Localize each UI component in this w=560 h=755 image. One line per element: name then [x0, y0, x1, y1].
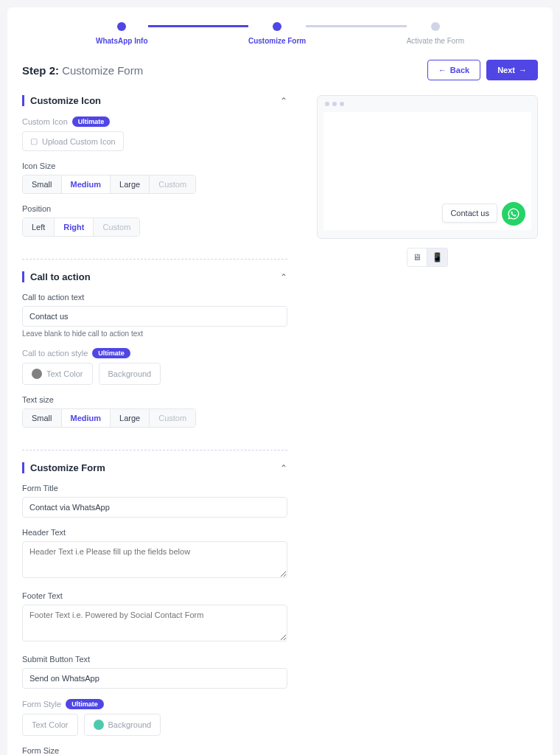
footer-text-input[interactable]	[22, 605, 287, 641]
step-dot-1	[117, 22, 126, 31]
step-label-2: Customize Form	[248, 37, 306, 45]
next-button[interactable]: Next→	[486, 60, 538, 80]
arrow-left-icon: ←	[438, 66, 447, 74]
chevron-up-icon: ⌃	[280, 96, 287, 106]
ultimate-badge: Ultimate	[92, 348, 130, 358]
submit-text-input[interactable]	[22, 668, 287, 689]
step-line-1	[148, 25, 248, 27]
header-text-input[interactable]	[22, 541, 287, 578]
step-label-3: Activate the Form	[407, 37, 464, 45]
chevron-up-icon: ⌃	[280, 463, 287, 473]
position-left[interactable]: Left	[23, 218, 55, 236]
position-segmented[interactable]: Left Right Custom	[22, 218, 140, 237]
page-title: Step 2: Customize Form	[22, 64, 143, 77]
cta-size-small[interactable]: Small	[23, 409, 62, 427]
icon-size-medium[interactable]: Medium	[62, 175, 111, 193]
icon-size-custom: Custom	[150, 175, 195, 193]
section-customize-icon[interactable]: Customize Icon ⌃	[22, 95, 287, 106]
form-background-color: Background	[84, 714, 161, 736]
cta-size-custom: Custom	[150, 409, 195, 427]
whatsapp-icon	[502, 202, 525, 226]
upload-icon-button: ▢Upload Custom Icon	[22, 131, 124, 151]
cta-text-color: Text Color	[22, 363, 93, 385]
form-text-color: Text Color	[22, 714, 78, 736]
back-button[interactable]: ←Back	[427, 60, 480, 80]
cta-background-color: Background	[99, 363, 161, 385]
desktop-icon: 🖥	[413, 252, 421, 262]
image-icon: ▢	[30, 136, 38, 146]
mobile-icon: 📱	[432, 252, 443, 262]
cta-text-size-segmented[interactable]: Small Medium Large Custom	[22, 408, 196, 428]
cta-size-large[interactable]: Large	[111, 409, 150, 427]
device-mobile-button[interactable]: 📱	[427, 248, 448, 267]
section-customize-form[interactable]: Customize Form ⌃	[22, 462, 287, 473]
device-desktop-button[interactable]: 🖥	[407, 248, 427, 267]
window-dots-icon	[318, 96, 537, 112]
section-call-to-action[interactable]: Call to action ⌃	[22, 271, 287, 282]
position-right[interactable]: Right	[55, 218, 94, 236]
ultimate-badge: Ultimate	[72, 116, 111, 127]
cta-text-input[interactable]	[22, 306, 287, 327]
chevron-up-icon: ⌃	[280, 272, 287, 282]
step-label-1: WhatsApp Info	[96, 37, 148, 45]
cta-size-medium[interactable]: Medium	[62, 409, 111, 427]
preview-cta-bubble: Contact us	[442, 203, 497, 223]
icon-size-segmented[interactable]: Small Medium Large Custom	[22, 175, 196, 194]
form-title-input[interactable]	[22, 497, 287, 518]
step-dot-2	[273, 22, 281, 31]
stepper: WhatsApp Info Customize Form Activate th…	[22, 22, 538, 45]
preview-window: Contact us	[317, 95, 538, 239]
icon-size-small[interactable]: Small	[23, 175, 62, 193]
step-line-2	[306, 25, 406, 27]
ultimate-badge: Ultimate	[66, 699, 104, 709]
position-custom: Custom	[94, 218, 139, 236]
arrow-right-icon: →	[519, 66, 527, 74]
icon-size-large[interactable]: Large	[111, 175, 150, 193]
step-dot-3	[431, 22, 440, 31]
